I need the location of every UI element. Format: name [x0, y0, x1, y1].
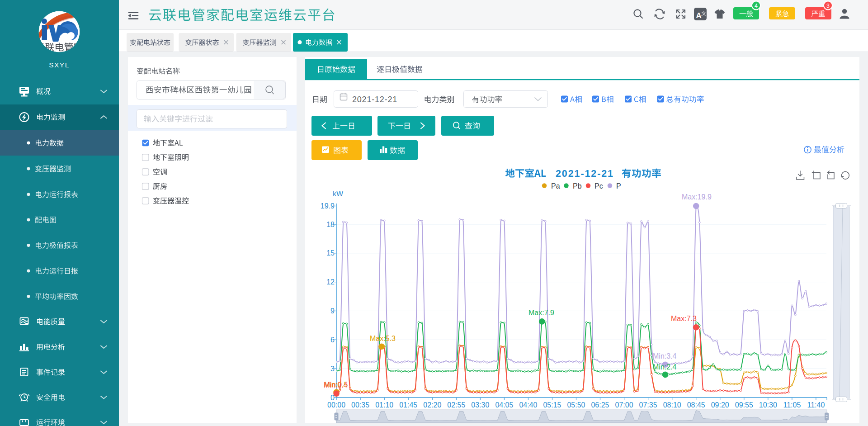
svg-text:02:20: 02:20: [423, 401, 441, 409]
svg-text:3: 3: [826, 3, 830, 9]
svg-text:Max:5.3: Max:5.3: [370, 335, 396, 342]
svg-text:00:00: 00:00: [327, 401, 345, 409]
svg-text:P: P: [616, 182, 621, 190]
svg-text:12: 12: [326, 278, 335, 286]
svg-text:02:55: 02:55: [447, 401, 465, 409]
svg-text:09:20: 09:20: [711, 401, 729, 409]
svg-text:Max:7.9: Max:7.9: [528, 309, 554, 317]
svg-text:04:05: 04:05: [495, 401, 513, 409]
svg-text:11:40: 11:40: [807, 401, 825, 409]
svg-text:Pc: Pc: [594, 182, 603, 190]
svg-text:SXYL: SXYL: [49, 61, 70, 69]
svg-text:Pb: Pb: [573, 182, 582, 190]
svg-text:08:45: 08:45: [687, 401, 705, 409]
svg-text:15: 15: [326, 249, 335, 257]
svg-text:05:15: 05:15: [543, 401, 561, 409]
svg-text:Max:7.3: Max:7.3: [671, 315, 697, 322]
svg-text:Pa: Pa: [551, 182, 560, 190]
svg-text:04:40: 04:40: [519, 401, 537, 409]
svg-text:06:25: 06:25: [591, 401, 609, 409]
svg-text:19.9: 19.9: [321, 202, 335, 210]
svg-text:07:00: 07:00: [615, 401, 633, 409]
svg-text:03:30: 03:30: [471, 401, 489, 409]
svg-text:Max:19.9: Max:19.9: [682, 193, 712, 201]
svg-text:05:50: 05:50: [567, 401, 585, 409]
svg-text:07:35: 07:35: [639, 401, 657, 409]
svg-text:2021-12-21: 2021-12-21: [556, 168, 614, 179]
svg-text:Min:0.4: Min:0.4: [324, 381, 348, 389]
svg-text:kW: kW: [333, 190, 344, 198]
svg-text:Min:2.4: Min:2.4: [653, 363, 677, 371]
svg-text:2021-12-21: 2021-12-21: [352, 95, 397, 104]
svg-text:A: A: [696, 11, 702, 20]
svg-text:09:55: 09:55: [735, 401, 753, 409]
svg-text:11:05: 11:05: [783, 401, 801, 409]
svg-text:18: 18: [326, 221, 335, 228]
svg-text:10:30: 10:30: [759, 401, 777, 409]
svg-text:Min:3.4: Min:3.4: [653, 352, 677, 360]
svg-text:08:10: 08:10: [663, 401, 681, 409]
svg-text:01:45: 01:45: [399, 401, 417, 409]
svg-text:01:10: 01:10: [375, 401, 393, 409]
svg-text:00:35: 00:35: [351, 401, 369, 409]
svg-text:4: 4: [755, 3, 758, 9]
